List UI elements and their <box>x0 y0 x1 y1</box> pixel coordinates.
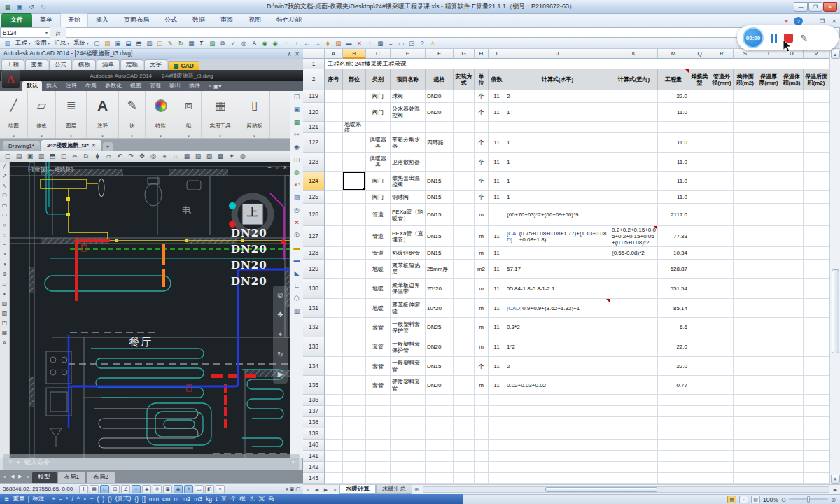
cell-H123[interactable]: 个 <box>475 153 489 172</box>
side-bar-yellow-icon[interactable]: ▬ <box>294 245 300 251</box>
cell-J131[interactable]: [CAD]0.9+0.9+(3.62+1.32)+1 <box>505 299 610 318</box>
draw-polygon-icon[interactable]: ⬠ <box>2 193 7 199</box>
row-header-129[interactable]: 129 <box>303 260 325 279</box>
column-header-V[interactable]: V <box>804 49 830 59</box>
command-close-icon[interactable]: ✕ <box>8 458 13 465</box>
cell-J143[interactable] <box>505 473 610 484</box>
cell-B129[interactable] <box>343 260 366 279</box>
cell-H119[interactable]: 个 <box>475 90 489 103</box>
cell-E133[interactable]: 一般塑料套保护管 <box>391 337 426 357</box>
cad-toggle-snap-icon[interactable]: ▦ <box>90 485 99 493</box>
toolbar-arrow-up-icon[interactable]: ↑ <box>281 39 290 48</box>
cell-A119[interactable] <box>325 90 343 103</box>
cell-K124[interactable] <box>610 172 658 191</box>
cell-K133[interactable] <box>610 337 658 357</box>
new-drawing-tab-icon[interactable]: + <box>103 142 113 150</box>
cell-C121[interactable] <box>366 122 391 133</box>
cell-C122[interactable]: 供暖器具 <box>366 133 391 153</box>
cad-panel-块[interactable]: ✎块▾ <box>119 91 146 138</box>
cell-E137[interactable] <box>391 406 426 417</box>
cell-U133[interactable] <box>780 337 804 357</box>
cell-A132[interactable] <box>325 318 343 337</box>
cadtool-zoom-realtime-icon[interactable]: ◎ <box>148 152 158 161</box>
cad-ribbon-tab-输出[interactable]: 输出 <box>165 81 185 91</box>
toolbar-sum-sigma-icon[interactable]: Σ <box>197 39 206 48</box>
cell-F120[interactable]: DN20 <box>426 103 454 122</box>
cell-V143[interactable] <box>804 473 830 484</box>
cell-C124[interactable]: 阀门 <box>366 172 391 191</box>
cell-T136[interactable] <box>757 395 780 406</box>
cell-G121[interactable] <box>454 122 475 133</box>
toolbar-delete-icon[interactable]: ✕ <box>355 39 364 48</box>
side-bar-blue-icon[interactable]: ▬ <box>294 258 300 264</box>
bottombar-个[interactable]: 个 <box>230 495 237 503</box>
cell-U140[interactable] <box>780 440 804 451</box>
zoom-slider[interactable] <box>789 498 828 500</box>
column-header-I[interactable]: I <box>489 49 505 59</box>
cell-T133[interactable] <box>757 337 780 357</box>
panel-caret-icon[interactable]: ▾ <box>188 134 190 137</box>
cad-toggle-ducs-icon[interactable]: ▣ <box>163 485 172 493</box>
cell-M122[interactable]: 11.0 <box>658 133 690 153</box>
vertical-scroll-thumb[interactable] <box>832 270 839 354</box>
cell-R127[interactable] <box>710 226 734 247</box>
cell-S138[interactable] <box>734 417 757 428</box>
cell-H135[interactable]: m <box>475 376 489 395</box>
ribbon-tab-插入[interactable]: 插入 <box>88 13 116 27</box>
cell-B134[interactable] <box>343 357 366 376</box>
side-box-icon[interactable]: ◫ <box>294 157 300 163</box>
cell-E141[interactable] <box>391 451 426 462</box>
pause-button[interactable] <box>771 34 777 43</box>
panel-caret-icon[interactable]: ▾ <box>41 134 43 137</box>
cell-F142[interactable] <box>426 462 454 473</box>
cell-R130[interactable] <box>710 279 734 299</box>
sheet-nav-1-icon[interactable]: ◀ <box>312 485 321 494</box>
horizontal-scroll-thumb[interactable] <box>545 487 657 492</box>
cell-I126[interactable] <box>489 204 505 226</box>
toolbar-sort-icon[interactable]: ↕ <box>365 39 374 48</box>
cad-toggle-grid-icon[interactable]: ∟ <box>100 485 109 493</box>
bottombar-[][interactable]: [] <box>142 496 146 503</box>
ribbon-tab-特色功能[interactable]: 特色功能 <box>269 13 309 27</box>
cell-G133[interactable] <box>454 337 475 357</box>
cell-K121[interactable] <box>610 122 658 133</box>
cell-A143[interactable] <box>325 473 343 484</box>
cell-E132[interactable]: 一般塑料套保护管 <box>391 318 426 337</box>
cell-F133[interactable]: DN20 <box>426 337 454 357</box>
cad-panel-注释[interactable]: A注释▾ <box>87 91 119 138</box>
cad-panel-组[interactable]: ⧈组▾ <box>176 91 202 138</box>
cell-R126[interactable] <box>710 204 734 226</box>
cell-M123[interactable]: 11.0 <box>658 153 690 172</box>
cell-V133[interactable] <box>804 337 830 357</box>
cell-M133[interactable]: 22.0 <box>658 337 690 357</box>
cell-C119[interactable]: 阀门 <box>366 90 391 103</box>
cell-T123[interactable] <box>757 153 780 172</box>
cell-B139[interactable] <box>343 428 366 440</box>
cell-I143[interactable] <box>489 473 505 484</box>
command-line[interactable]: ✕ ▸ 键入命令 ▾ <box>3 454 300 470</box>
cell-F138[interactable] <box>426 417 454 428</box>
cadtool-copy-icon[interactable]: ⧉ <box>81 152 91 161</box>
cell-M134[interactable]: 22.0 <box>658 357 690 376</box>
cell-K137[interactable] <box>610 406 658 417</box>
cell-T143[interactable] <box>757 473 780 484</box>
cell-A125[interactable] <box>325 191 343 204</box>
toolbar-check-icon[interactable]: ✓ <box>229 39 238 48</box>
cell-A133[interactable] <box>325 337 343 357</box>
draw-line-icon[interactable]: ╱ <box>3 164 6 169</box>
cell-I141[interactable] <box>489 451 505 462</box>
row-header-127[interactable]: 127 <box>303 226 325 247</box>
page-layout-view-icon[interactable]: ▫ <box>739 496 748 503</box>
cell-E136[interactable] <box>391 395 426 406</box>
cell-M119[interactable]: 22.0 <box>658 90 690 103</box>
cell-I131[interactable]: 11 <box>489 299 505 318</box>
cell-G132[interactable] <box>454 318 475 337</box>
minimize-workbook-icon[interactable]: — <box>806 17 815 25</box>
cell-F127[interactable]: DN15 <box>426 226 454 247</box>
cell-E126[interactable]: PEXa管（地暖管） <box>391 204 426 226</box>
cadtool-paste-icon[interactable]: ⧫ <box>92 152 102 161</box>
cell-A136[interactable] <box>325 395 343 406</box>
cell-T124[interactable] <box>757 172 780 191</box>
cad-ribbon-tab-插入[interactable]: 插入 <box>42 81 62 91</box>
cell-K132[interactable] <box>610 318 658 337</box>
